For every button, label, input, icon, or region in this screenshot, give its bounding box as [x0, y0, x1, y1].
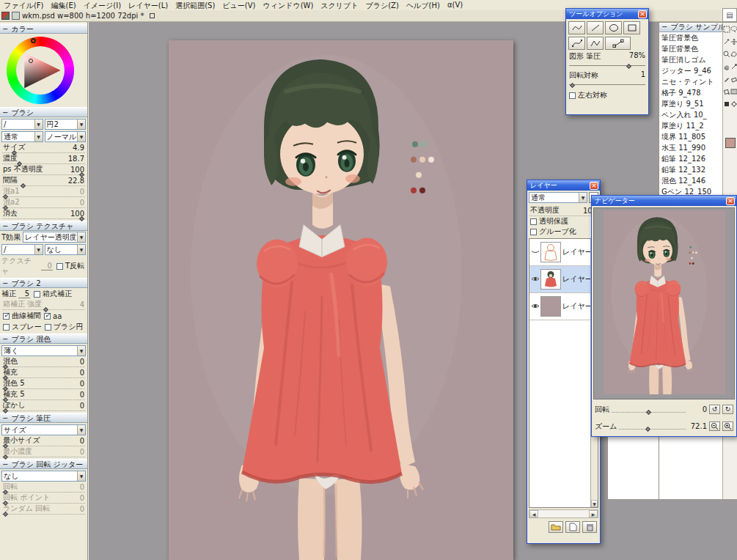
slider-mix[interactable]: 混色0 — [2, 356, 85, 367]
eraser-icon[interactable] — [730, 75, 737, 83]
menu-view[interactable]: ビュー(V) — [222, 1, 255, 10]
brush-sample-item[interactable]: 鉛筆 12_126 — [659, 153, 723, 164]
horizontal-scrollbar[interactable]: ◀ ▶ — [529, 509, 598, 518]
closed-eye-icon[interactable] — [530, 248, 540, 257]
document-icon[interactable] — [12, 12, 20, 20]
texture-effect-select[interactable]: レイヤー透明度▼ — [23, 232, 86, 243]
menu-window[interactable]: ウィンドウ(W) — [263, 1, 313, 10]
pressure-target-select[interactable]: サイズ▼ — [1, 424, 86, 435]
slider-interval[interactable]: 間隔22.8 — [2, 175, 85, 186]
slider-refill5[interactable]: 補充 50 — [2, 389, 85, 400]
section-header-jitter[interactable]: − ブラシ 回転 ジッター — [0, 459, 87, 469]
slider-rotation-point[interactable]: 回転 ポイント0 — [2, 493, 85, 504]
slider-ps-opacity[interactable]: ps 不透明度100 — [2, 164, 85, 175]
checkbox-spray[interactable]: スプレー — [1, 322, 43, 332]
menu-edit[interactable]: 編集(E) — [51, 1, 76, 10]
edit-path-tool-button[interactable] — [605, 37, 631, 50]
layer-row[interactable]: レイヤー1 — [529, 239, 598, 266]
settings-icon[interactable] — [730, 100, 737, 108]
brush-sample-item[interactable]: 厚塗り 11_2 — [659, 120, 723, 131]
close-icon[interactable]: × — [590, 182, 598, 190]
rotate-icon[interactable] — [730, 50, 737, 58]
rotate-slider[interactable] — [612, 407, 686, 413]
checkbox-clipping-group[interactable]: グループ化 — [529, 226, 578, 237]
menu-layer[interactable]: レイヤー(L) — [128, 1, 168, 10]
hue-marker[interactable] — [31, 38, 36, 43]
brush-blend-select[interactable]: ノーマル▼ — [45, 131, 87, 142]
slider-mix5[interactable]: 混色 50 — [2, 378, 85, 389]
layer-opacity-slider[interactable]: 不透明度100 — [529, 205, 598, 216]
scroll-right-icon[interactable]: ▶ — [589, 510, 598, 517]
brush-sample-item[interactable]: 境界 11_805 — [659, 131, 723, 142]
pen-icon[interactable] — [723, 75, 730, 83]
brush-sample-item[interactable]: 厚塗り 9_51 — [659, 98, 723, 109]
brush-sample-item[interactable]: 水玉 11_990 — [659, 142, 723, 153]
section-header-brush[interactable]: − ブラシ — [0, 107, 87, 117]
zoom-out-icon[interactable] — [709, 421, 720, 431]
rotate-ccw-icon[interactable]: ↺ — [709, 405, 720, 414]
window-titlebar[interactable]: ナビゲーター × — [592, 196, 736, 206]
scroll-left-icon[interactable]: ◀ — [529, 510, 538, 517]
slider-rotation[interactable]: 回転0 — [2, 482, 85, 493]
checkbox-mirror-symmetry[interactable]: 左右対称 — [568, 90, 609, 100]
jitter-mode-select[interactable]: なし▼ — [1, 471, 86, 482]
brush-tip-select[interactable]: /▼ — [1, 119, 43, 130]
window-titlebar[interactable]: ツールオプション × — [566, 9, 648, 19]
move-icon[interactable] — [730, 37, 737, 45]
section-header-pressure[interactable]: − ブラシ 筆圧 — [0, 413, 87, 423]
slider-density[interactable]: 濃度18.7 — [2, 153, 85, 164]
brush-shape-select[interactable]: 円2▼ — [45, 119, 87, 130]
new-layer-button[interactable] — [565, 521, 580, 533]
menu-brush[interactable]: ブラシ(Z) — [366, 1, 399, 10]
brush-sample-item[interactable]: 筆圧背景色 — [659, 43, 723, 54]
slider-min-size[interactable]: 最小サイズ0 — [2, 435, 85, 446]
slider-blur[interactable]: ぼかし0 — [2, 400, 85, 411]
brush-sample-item[interactable]: ペン入れ 10_ — [659, 109, 723, 120]
section-header-color[interactable]: − カラー — [0, 23, 87, 34]
menu-selection[interactable]: 選択範囲(S) — [175, 1, 215, 10]
menu-image[interactable]: イメージ(I) — [84, 1, 121, 10]
section-header-brush-samples[interactable]: − ブラシ サンプル — [659, 23, 723, 32]
checkbox-texture-invert[interactable]: T反転 — [55, 261, 86, 271]
new-folder-button[interactable] — [549, 521, 563, 533]
section-header-texture[interactable]: − ブラシ テクスチャ — [0, 221, 87, 231]
sv-marker[interactable] — [29, 59, 33, 63]
correction-value[interactable]: 5 — [18, 290, 30, 298]
slider-mix-a2[interactable]: 混a20 — [2, 197, 85, 208]
lasso-icon[interactable] — [730, 25, 737, 33]
delete-layer-button[interactable] — [582, 521, 597, 533]
curve-tool-button[interactable] — [568, 37, 585, 50]
menu-script[interactable]: スクリプト — [320, 1, 358, 10]
polyline-tool-button[interactable] — [587, 37, 604, 50]
canvas[interactable] — [169, 40, 513, 560]
texture-slot-select[interactable]: /▼ — [1, 244, 43, 255]
rotation-symmetry-slider[interactable]: 回転対称1 — [569, 70, 645, 88]
checkbox-curve-interp[interactable]: 曲線補間 — [1, 311, 43, 321]
checkbox-aa[interactable]: aa — [43, 311, 63, 321]
slider-size[interactable]: サイズ4.9 — [2, 142, 85, 153]
brush-sample-item[interactable]: 鉛筆 12_132 — [659, 164, 723, 175]
zoom-in-icon[interactable] — [722, 421, 733, 431]
dock-button[interactable]: ▤ — [722, 8, 737, 22]
texture-strength-value[interactable]: 0 — [41, 262, 53, 270]
eye-icon[interactable] — [530, 276, 540, 284]
section-header-brush2[interactable]: − ブラシ 2 — [0, 278, 87, 288]
brush-sample-item[interactable]: 混色 12_146 — [659, 175, 723, 186]
checkbox-preserve-opacity[interactable]: 透明保護 — [529, 216, 570, 226]
slider-min-density[interactable]: 最小濃度0 — [2, 446, 85, 457]
zoom-icon[interactable] — [723, 50, 730, 58]
close-icon[interactable]: × — [726, 197, 735, 205]
layer-row[interactable]: レイヤー2 — [529, 293, 598, 320]
hand-icon[interactable] — [723, 62, 730, 70]
texture-name-select[interactable]: なし▼ — [45, 244, 87, 255]
checkbox-brush-circle[interactable]: ブラシ円 — [43, 322, 85, 332]
foreground-color-swatch[interactable] — [725, 138, 736, 148]
mix-mode-select[interactable]: 薄く▼ — [1, 345, 86, 356]
section-header-mix[interactable]: − ブラシ 混色 — [0, 334, 87, 344]
freehand-tool-button[interactable] — [568, 21, 585, 34]
bucket-icon[interactable] — [723, 87, 730, 95]
checkbox-box-correction[interactable]: 箱式補正 — [32, 289, 73, 299]
close-icon[interactable]: × — [638, 10, 647, 18]
rect-tool-button[interactable] — [623, 21, 640, 34]
eye-icon[interactable] — [530, 303, 540, 311]
